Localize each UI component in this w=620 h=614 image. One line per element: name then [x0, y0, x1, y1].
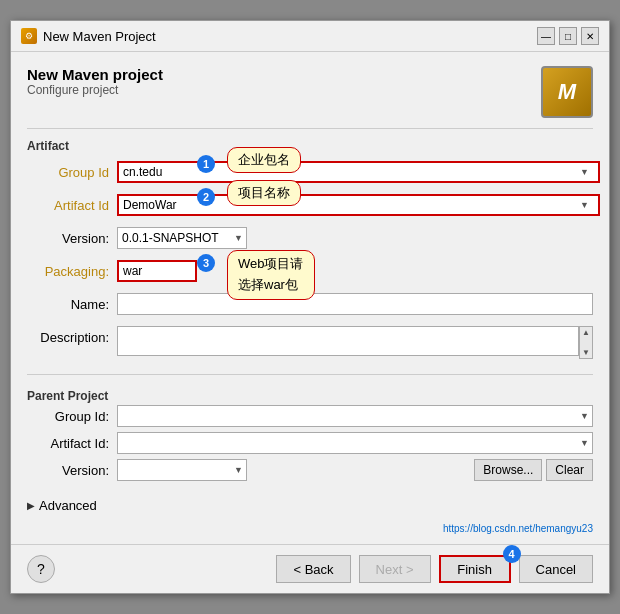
divider-parent	[27, 374, 593, 375]
parent-version-label: Version:	[27, 463, 117, 478]
group-id-input[interactable]	[117, 161, 600, 183]
header-text: New Maven project Configure project	[27, 66, 163, 97]
version-label: Version:	[27, 231, 117, 246]
artifact-id-row: Artifact Id ▼	[27, 194, 593, 216]
version-select[interactable]: 0.0.1-SNAPSHOT	[117, 227, 247, 249]
main-content: New Maven project Configure project M Ar…	[11, 52, 609, 544]
parent-artifact-id-row: Artifact Id: ▼	[27, 432, 593, 454]
browse-button[interactable]: Browse...	[474, 459, 542, 481]
page-subtitle: Configure project	[27, 83, 163, 97]
description-row: Description: ▲ ▼	[27, 326, 593, 359]
page-title: New Maven project	[27, 66, 163, 83]
parent-artifact-id-label: Artifact Id:	[27, 436, 117, 451]
next-button[interactable]: Next >	[359, 555, 431, 583]
scroll-up-arrow[interactable]: ▲	[580, 327, 592, 338]
footer-url: https://blog.csdn.net/hemangyu23	[27, 523, 593, 534]
packaging-row-wrapper: Packaging: 3 Web项目请 选择war包	[27, 260, 593, 287]
parent-group-id-row: Group Id: ▼	[27, 405, 593, 427]
button-row: ? < Back Next > Finish 4 Cancel	[11, 544, 609, 593]
maximize-button[interactable]: □	[559, 27, 577, 45]
divider-top	[27, 128, 593, 129]
badge-4: 4	[503, 545, 521, 563]
titlebar-left: ⚙ New Maven Project	[21, 28, 156, 44]
annotation-bubble-1: 企业包名	[227, 147, 301, 173]
advanced-triangle-icon: ▶	[27, 500, 35, 511]
parent-group-id-label: Group Id:	[27, 409, 117, 424]
badge-2: 2	[197, 188, 215, 206]
name-input[interactable]	[117, 293, 593, 315]
version-select-wrapper: 0.0.1-SNAPSHOT ▼	[117, 227, 247, 249]
clear-button[interactable]: Clear	[546, 459, 593, 481]
titlebar: ⚙ New Maven Project — □ ✕	[11, 21, 609, 52]
packaging-input[interactable]	[117, 260, 197, 282]
header-row: New Maven project Configure project M	[27, 66, 593, 118]
close-button[interactable]: ✕	[581, 27, 599, 45]
parent-artifact-id-select[interactable]	[117, 432, 593, 454]
parent-group-id-wrapper: ▼	[117, 405, 593, 427]
artifact-id-row-wrapper: Artifact Id ▼ 2 项目名称	[27, 194, 593, 221]
advanced-row[interactable]: ▶ Advanced	[27, 498, 593, 513]
packaging-label: Packaging:	[27, 264, 117, 279]
window-title: New Maven Project	[43, 29, 156, 44]
badge-1: 1	[197, 155, 215, 173]
badge-3: 3	[197, 254, 215, 272]
description-scrollbar: ▲ ▼	[579, 326, 593, 359]
parent-artifact-id-wrapper: ▼	[117, 432, 593, 454]
parent-version-wrapper: ▼	[117, 459, 247, 481]
advanced-label: Advanced	[39, 498, 97, 513]
annotation-bubble-2: 项目名称	[227, 180, 301, 206]
cancel-button[interactable]: Cancel	[519, 555, 593, 583]
artifact-id-label: Artifact Id	[27, 198, 117, 213]
help-button[interactable]: ?	[27, 555, 55, 583]
description-input[interactable]	[117, 326, 579, 356]
version-row: Version: 0.0.1-SNAPSHOT ▼	[27, 227, 593, 249]
parent-version-row: Version: ▼ Browse... Clear	[27, 459, 593, 481]
minimize-button[interactable]: —	[537, 27, 555, 45]
window-icon: ⚙	[21, 28, 37, 44]
artifact-id-input[interactable]	[117, 194, 600, 216]
group-id-row: Group Id ▼	[27, 161, 593, 183]
name-label: Name:	[27, 297, 117, 312]
parent-group-id-select[interactable]	[117, 405, 593, 427]
description-wrapper: ▲ ▼	[117, 326, 593, 359]
group-id-row-wrapper: Group Id ▼ 1 企业包名	[27, 161, 593, 188]
titlebar-controls: — □ ✕	[537, 27, 599, 45]
description-label: Description:	[27, 326, 117, 345]
finish-btn-wrapper: Finish 4	[439, 555, 511, 583]
scroll-down-arrow[interactable]: ▼	[580, 347, 592, 358]
maven-logo: M	[541, 66, 593, 118]
parent-section-label: Parent Project	[27, 389, 593, 403]
parent-section: Parent Project Group Id: ▼ Artifact Id: …	[27, 389, 593, 486]
group-id-label: Group Id	[27, 165, 117, 180]
artifact-section-label: Artifact	[27, 139, 593, 153]
finish-button[interactable]: Finish	[439, 555, 511, 583]
parent-version-select[interactable]	[117, 459, 247, 481]
dialog-window: ⚙ New Maven Project — □ ✕ New Maven proj…	[10, 20, 610, 594]
annotation-bubble-3: Web项目请 选择war包	[227, 250, 315, 300]
back-button[interactable]: < Back	[276, 555, 350, 583]
